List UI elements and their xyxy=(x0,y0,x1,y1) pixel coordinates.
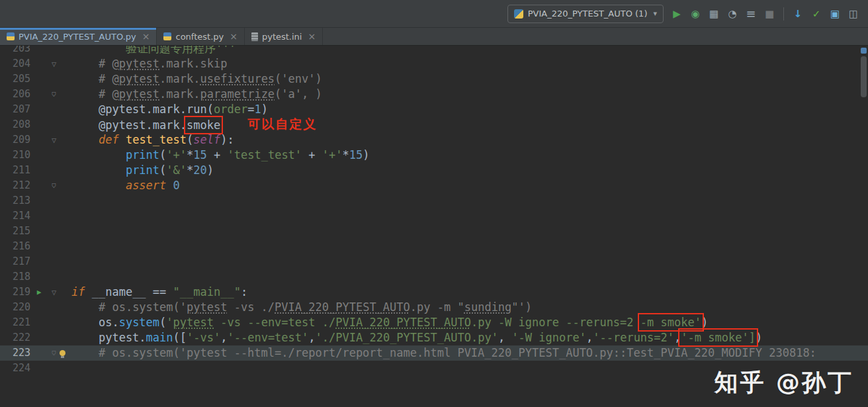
gutter-cell xyxy=(30,315,48,330)
line-number: 213 xyxy=(0,193,30,208)
token: + xyxy=(302,148,322,161)
gutter: 220 xyxy=(0,300,69,315)
gutter-cell xyxy=(30,163,48,178)
code-line-211[interactable]: 211 print('&'*20) xyxy=(0,163,868,178)
commit-icon[interactable] xyxy=(808,6,824,22)
tab-PVIA_220_PYTEST_AUTO.py[interactable]: PVIA_220_PYTEST_AUTO.py× xyxy=(0,28,157,45)
tab-conftest.py[interactable]: conftest.py× xyxy=(157,28,244,45)
token: PVIA_220_PYTEST_AUTO xyxy=(275,300,410,314)
gutter: 208 xyxy=(0,117,69,132)
fold-open-icon[interactable]: ▽ xyxy=(52,289,56,296)
profiler-icon[interactable] xyxy=(724,6,740,22)
line-number: 209 xyxy=(0,132,30,148)
run-test-icon[interactable]: ▶ xyxy=(37,289,42,296)
token: .mark.skip xyxy=(159,57,227,70)
coverage-icon[interactable] xyxy=(706,6,722,22)
intention-bulb-icon[interactable] xyxy=(60,350,65,356)
code-text: @pytest.mark.run(order=1) xyxy=(69,102,268,117)
code-line-210[interactable]: 210 print('+'*15 + 'test_test' + '+'*15) xyxy=(0,148,868,163)
fold-open-icon[interactable]: ▽ xyxy=(52,60,56,68)
code-text: # os.system('pytest -vs ./PVIA_220_PYTES… xyxy=(69,300,532,315)
token: ( xyxy=(187,133,193,146)
token: : xyxy=(241,285,247,298)
gutter-cell xyxy=(48,208,69,224)
close-icon[interactable]: × xyxy=(142,32,150,41)
token: print xyxy=(126,148,159,161)
code-line-208[interactable]: 208 @pytest.mark.smoke 可以自定义 xyxy=(0,117,868,132)
gutter-cell xyxy=(48,330,69,345)
debug-icon[interactable] xyxy=(687,6,703,22)
token: = xyxy=(247,103,254,116)
run-icon[interactable] xyxy=(669,6,685,22)
token xyxy=(71,346,99,359)
code-line-205[interactable]: 205 # @pytest.mark.usefixtures('env') xyxy=(0,71,868,87)
editor[interactable]: 203 验证问题专用程序'''204▽ # @pytest.mark.skip2… xyxy=(0,46,868,407)
token: pytest xyxy=(119,57,159,70)
token: '+' xyxy=(166,148,187,161)
token: # @ xyxy=(99,87,119,101)
code-line-213[interactable]: 213 xyxy=(0,193,868,208)
code-line-219[interactable]: 219▶▽if __name__ == "__main__": xyxy=(0,285,868,300)
code-text: # @pytest.mark.parametrize('a', ) xyxy=(69,87,322,102)
token: system xyxy=(119,316,159,329)
code-line-223[interactable]: 223⌂ # os.system('pytest --html=./report… xyxy=(0,345,868,361)
gutter: 207 xyxy=(0,102,69,117)
code-line-212[interactable]: 212⌂ assert 0 xyxy=(0,178,868,193)
gutter-cell: ▽ xyxy=(48,285,69,300)
code-line-217[interactable]: 217 xyxy=(0,254,868,269)
fold-open-icon[interactable]: ▽ xyxy=(52,136,56,144)
close-icon[interactable]: × xyxy=(308,32,316,41)
gutter-cell xyxy=(30,87,48,102)
code-text: 验证问题专用程序''' xyxy=(69,46,236,56)
token: ) xyxy=(261,103,268,116)
token: ) xyxy=(207,163,214,177)
fold-end-icon[interactable]: ⌂ xyxy=(52,91,56,99)
scrollbar-thumb[interactable] xyxy=(861,56,867,97)
code-line-220[interactable]: 220 # os.system('pytest -vs ./PVIA_220_P… xyxy=(0,300,868,315)
gutter: 209▽ xyxy=(0,132,69,148)
gutter-cell xyxy=(30,361,48,376)
code-text xyxy=(69,269,71,285)
token xyxy=(71,163,126,177)
inspection-indicator[interactable] xyxy=(861,48,867,54)
code-line-214[interactable]: 214 xyxy=(0,208,868,224)
code-line-206[interactable]: 206⌂ # @pytest.mark.parametrize('a', ) xyxy=(0,87,868,102)
gutter-cell xyxy=(48,163,69,178)
run-config-selector[interactable]: PVIA_220_PYTEST_AUTO (1) ▾ xyxy=(507,5,664,23)
code-line-207[interactable]: 207 @pytest.mark.run(order=1) xyxy=(0,102,868,117)
token: # os.system('pytest --html=./report/repo… xyxy=(99,346,816,359)
token: 1 xyxy=(254,103,261,116)
fold-end-icon[interactable]: ⌂ xyxy=(52,182,56,190)
code-line-216[interactable]: 216 xyxy=(0,239,868,254)
tab-bar: PVIA_220_PYTEST_AUTO.py×conftest.py×pyte… xyxy=(0,28,868,46)
code-line-222[interactable]: 222 pytest.main(['-vs','--env=test','./P… xyxy=(0,330,868,345)
code-line-215[interactable]: 215 xyxy=(0,224,868,239)
gutter-cell xyxy=(30,102,48,117)
line-number: 223 xyxy=(0,345,30,361)
layout-icon[interactable] xyxy=(827,6,843,22)
token: 验证问题专用程序''' xyxy=(126,46,236,55)
gutter: 214 xyxy=(0,208,69,224)
code-line-221[interactable]: 221 os.system('pytest -vs --env=test ./P… xyxy=(0,315,868,330)
fold-end-icon[interactable]: ⌂ xyxy=(52,349,56,357)
title-bar: PVIA_220_PYTEST_AUTO (1) ▾ xyxy=(0,0,868,28)
gutter-cell: ▶ xyxy=(30,285,48,300)
gutter-cell xyxy=(48,239,69,254)
line-number: 203 xyxy=(0,46,30,56)
token: , xyxy=(674,331,681,344)
token: -vs ./ xyxy=(227,300,275,314)
code-text: def test_test(self): xyxy=(69,132,234,148)
concurrency-icon[interactable] xyxy=(743,6,759,22)
close-icon[interactable]: × xyxy=(230,32,238,41)
update-project-icon[interactable] xyxy=(790,6,806,22)
code-line-204[interactable]: 204▽ # @pytest.mark.skip xyxy=(0,56,868,71)
gutter: 204▽ xyxy=(0,56,69,71)
scrollbar[interactable] xyxy=(859,46,868,407)
token: @pytest.mark.run( xyxy=(71,103,214,116)
code-line-218[interactable]: 218 xyxy=(0,269,868,285)
code-line-203[interactable]: 203 验证问题专用程序''' xyxy=(0,46,868,56)
code-line-209[interactable]: 209▽ def test_test(self): xyxy=(0,132,868,148)
ini-file-icon xyxy=(251,32,258,41)
restore-icon[interactable] xyxy=(846,6,861,22)
tab-pytest.ini[interactable]: pytest.ini× xyxy=(245,28,323,45)
